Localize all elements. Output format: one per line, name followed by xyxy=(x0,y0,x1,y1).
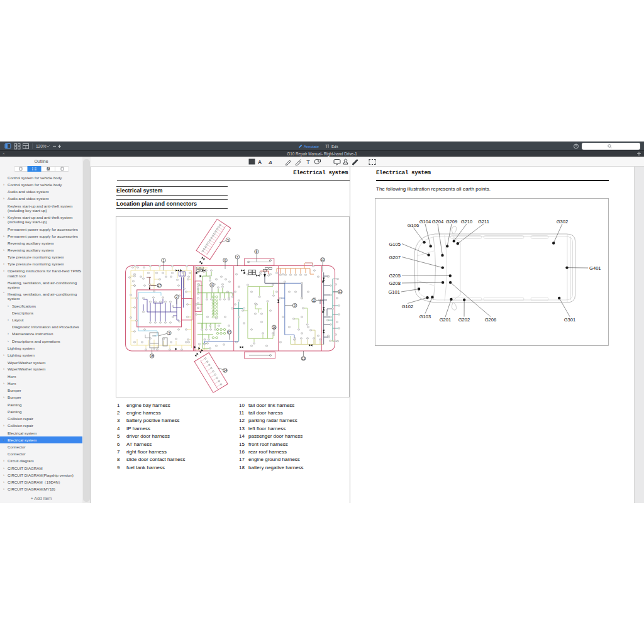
svg-text:G205: G205 xyxy=(389,273,401,279)
svg-text:5: 5 xyxy=(227,238,229,242)
svg-text:1: 1 xyxy=(163,258,165,262)
svg-text:G106: G106 xyxy=(408,223,419,228)
svg-text:G301: G301 xyxy=(564,317,576,323)
svg-text:16: 16 xyxy=(272,326,276,330)
svg-text:G202: G202 xyxy=(458,317,470,323)
svg-text:18: 18 xyxy=(150,354,154,358)
svg-text:G204: G204 xyxy=(432,219,444,225)
svg-text:14: 14 xyxy=(223,369,227,372)
svg-text:T: T xyxy=(306,159,310,165)
svg-text:13: 13 xyxy=(302,357,306,360)
svg-text:3: 3 xyxy=(169,331,170,335)
svg-text:4: 4 xyxy=(211,283,213,287)
svg-text:Annotate: Annotate xyxy=(304,145,319,148)
svg-text:10: 10 xyxy=(321,258,325,262)
svg-text:T: T xyxy=(325,144,328,148)
svg-text:G210: G210 xyxy=(461,219,473,225)
svg-text:Edit: Edit xyxy=(331,145,338,148)
svg-text:G302: G302 xyxy=(557,219,569,225)
svg-text:A: A xyxy=(268,160,272,165)
svg-text:G103: G103 xyxy=(419,314,431,319)
svg-text:G209: G209 xyxy=(446,219,458,225)
svg-text:A: A xyxy=(258,159,262,165)
svg-text:A: A xyxy=(47,167,49,170)
svg-text:G102: G102 xyxy=(402,304,414,309)
svg-text:2: 2 xyxy=(176,295,178,299)
svg-text:G401: G401 xyxy=(589,265,601,271)
svg-text:G104: G104 xyxy=(419,219,431,225)
svg-text:8: 8 xyxy=(256,250,258,253)
svg-text:G101: G101 xyxy=(388,289,400,295)
svg-text:G208: G208 xyxy=(389,280,401,286)
svg-text:7: 7 xyxy=(236,255,238,259)
svg-text:12: 12 xyxy=(338,290,342,294)
svg-text:G201: G201 xyxy=(440,317,452,323)
svg-text:11: 11 xyxy=(312,299,315,303)
svg-text:G207: G207 xyxy=(389,255,401,260)
svg-text:6: 6 xyxy=(225,258,226,262)
svg-text:G211: G211 xyxy=(478,219,489,225)
svg-text:120%: 120% xyxy=(36,144,47,148)
svg-text:G105: G105 xyxy=(389,242,401,247)
svg-text:17: 17 xyxy=(158,284,162,287)
svg-text:9: 9 xyxy=(294,304,296,308)
svg-text:G206: G206 xyxy=(485,317,497,323)
svg-text:15: 15 xyxy=(228,330,231,334)
